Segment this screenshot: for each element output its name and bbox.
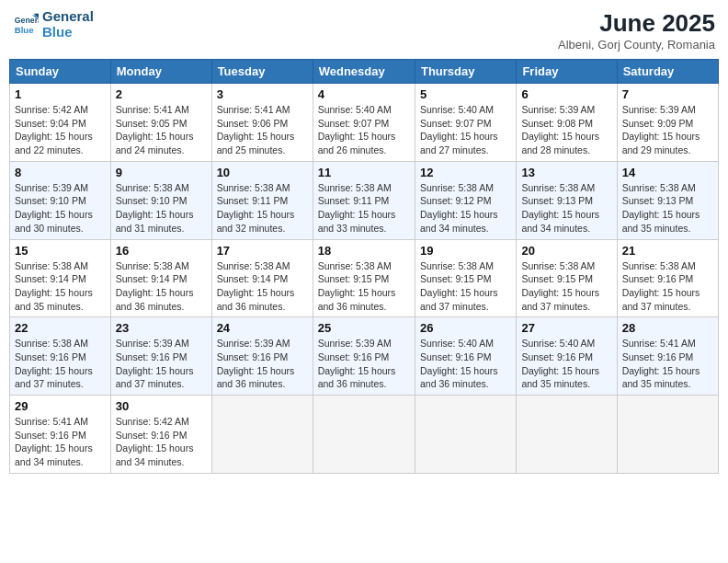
calendar-day-cell: 23Sunrise: 5:39 AM Sunset: 9:16 PM Dayli…	[110, 317, 211, 396]
day-info: Sunrise: 5:38 AM Sunset: 9:15 PM Dayligh…	[318, 259, 410, 314]
day-number: 9	[116, 166, 207, 179]
calendar-day-cell: 10Sunrise: 5:38 AM Sunset: 9:11 PM Dayli…	[211, 161, 313, 239]
day-number: 24	[217, 321, 308, 335]
calendar-day-cell: 28Sunrise: 5:41 AM Sunset: 9:16 PM Dayli…	[617, 317, 718, 396]
day-number: 8	[15, 166, 106, 179]
location: Albeni, Gorj County, Romania	[558, 38, 715, 52]
day-info: Sunrise: 5:38 AM Sunset: 9:15 PM Dayligh…	[420, 259, 511, 314]
day-number: 30	[116, 399, 207, 413]
logo: General Blue General Blue	[13, 9, 94, 40]
day-info: Sunrise: 5:42 AM Sunset: 9:16 PM Dayligh…	[116, 415, 207, 469]
day-info: Sunrise: 5:41 AM Sunset: 9:16 PM Dayligh…	[15, 415, 106, 469]
day-number: 29	[15, 399, 106, 413]
day-number: 16	[116, 244, 207, 258]
day-info: Sunrise: 5:38 AM Sunset: 9:14 PM Dayligh…	[15, 259, 106, 314]
calendar-week-row: 8Sunrise: 5:39 AM Sunset: 9:10 PM Daylig…	[10, 161, 719, 239]
weekday-header-saturday: Saturday	[617, 60, 718, 84]
day-number: 15	[15, 244, 106, 258]
day-info: Sunrise: 5:38 AM Sunset: 9:16 PM Dayligh…	[15, 337, 106, 391]
day-number: 10	[217, 166, 308, 179]
calendar-day-cell: 4Sunrise: 5:40 AM Sunset: 9:07 PM Daylig…	[313, 84, 415, 162]
calendar-day-cell: 18Sunrise: 5:38 AM Sunset: 9:15 PM Dayli…	[313, 239, 415, 317]
day-number: 23	[116, 321, 207, 335]
svg-text:Blue: Blue	[15, 24, 34, 34]
day-number: 7	[622, 87, 713, 101]
day-number: 6	[521, 87, 611, 101]
calendar-day-cell: 13Sunrise: 5:38 AM Sunset: 9:13 PM Dayli…	[517, 161, 617, 239]
calendar-week-row: 1Sunrise: 5:42 AM Sunset: 9:04 PM Daylig…	[10, 84, 719, 162]
day-info: Sunrise: 5:41 AM Sunset: 9:06 PM Dayligh…	[217, 103, 308, 157]
calendar-day-cell: 29Sunrise: 5:41 AM Sunset: 9:16 PM Dayli…	[10, 396, 111, 474]
day-info: Sunrise: 5:39 AM Sunset: 9:16 PM Dayligh…	[318, 337, 410, 391]
day-number: 14	[622, 166, 713, 179]
day-number: 13	[521, 166, 611, 179]
weekday-header-sunday: Sunday	[10, 60, 111, 84]
day-info: Sunrise: 5:42 AM Sunset: 9:04 PM Dayligh…	[15, 103, 106, 157]
weekday-header-friday: Friday	[517, 60, 617, 84]
day-number: 22	[15, 321, 106, 335]
calendar-day-cell: 26Sunrise: 5:40 AM Sunset: 9:16 PM Dayli…	[415, 317, 516, 396]
day-number: 12	[420, 166, 511, 179]
day-info: Sunrise: 5:38 AM Sunset: 9:14 PM Dayligh…	[116, 259, 207, 314]
day-number: 25	[318, 321, 410, 335]
title-area: June 2025 Albeni, Gorj County, Romania	[558, 9, 715, 52]
calendar-day-cell: 7Sunrise: 5:39 AM Sunset: 9:09 PM Daylig…	[617, 84, 718, 162]
calendar-day-cell	[517, 396, 617, 474]
calendar-day-cell: 11Sunrise: 5:38 AM Sunset: 9:11 PM Dayli…	[313, 161, 415, 239]
calendar-day-cell	[211, 396, 313, 474]
day-info: Sunrise: 5:39 AM Sunset: 9:10 PM Dayligh…	[15, 181, 106, 236]
day-info: Sunrise: 5:38 AM Sunset: 9:10 PM Dayligh…	[116, 181, 207, 236]
day-number: 20	[521, 244, 611, 258]
header: General Blue General Blue June 2025 Albe…	[9, 9, 719, 52]
day-number: 18	[318, 244, 410, 258]
calendar-day-cell: 22Sunrise: 5:38 AM Sunset: 9:16 PM Dayli…	[10, 317, 111, 396]
calendar-day-cell	[617, 396, 718, 474]
day-info: Sunrise: 5:38 AM Sunset: 9:11 PM Dayligh…	[217, 181, 308, 236]
calendar-week-row: 15Sunrise: 5:38 AM Sunset: 9:14 PM Dayli…	[10, 239, 719, 317]
calendar-day-cell: 24Sunrise: 5:39 AM Sunset: 9:16 PM Dayli…	[211, 317, 313, 396]
day-info: Sunrise: 5:39 AM Sunset: 9:09 PM Dayligh…	[622, 103, 713, 157]
calendar-day-cell: 1Sunrise: 5:42 AM Sunset: 9:04 PM Daylig…	[10, 84, 111, 162]
day-info: Sunrise: 5:40 AM Sunset: 9:16 PM Dayligh…	[521, 337, 611, 391]
calendar-day-cell	[415, 396, 516, 474]
day-info: Sunrise: 5:40 AM Sunset: 9:07 PM Dayligh…	[420, 103, 511, 157]
calendar-day-cell: 3Sunrise: 5:41 AM Sunset: 9:06 PM Daylig…	[211, 84, 313, 162]
weekday-header-tuesday: Tuesday	[211, 60, 313, 84]
weekday-header-row: SundayMondayTuesdayWednesdayThursdayFrid…	[10, 60, 719, 84]
day-number: 4	[318, 87, 410, 101]
calendar-day-cell: 15Sunrise: 5:38 AM Sunset: 9:14 PM Dayli…	[10, 239, 111, 317]
day-number: 1	[15, 87, 106, 101]
logo-name: General Blue	[42, 9, 94, 40]
day-info: Sunrise: 5:38 AM Sunset: 9:12 PM Dayligh…	[420, 181, 511, 236]
calendar-day-cell: 30Sunrise: 5:42 AM Sunset: 9:16 PM Dayli…	[110, 396, 211, 474]
calendar-day-cell: 5Sunrise: 5:40 AM Sunset: 9:07 PM Daylig…	[415, 84, 516, 162]
day-info: Sunrise: 5:41 AM Sunset: 9:16 PM Dayligh…	[622, 337, 713, 391]
day-info: Sunrise: 5:38 AM Sunset: 9:13 PM Dayligh…	[521, 181, 611, 236]
day-info: Sunrise: 5:38 AM Sunset: 9:14 PM Dayligh…	[217, 259, 308, 314]
calendar-day-cell: 14Sunrise: 5:38 AM Sunset: 9:13 PM Dayli…	[617, 161, 718, 239]
day-number: 2	[116, 87, 207, 101]
day-info: Sunrise: 5:38 AM Sunset: 9:13 PM Dayligh…	[622, 181, 713, 236]
day-info: Sunrise: 5:40 AM Sunset: 9:16 PM Dayligh…	[420, 337, 511, 391]
calendar-week-row: 22Sunrise: 5:38 AM Sunset: 9:16 PM Dayli…	[10, 317, 719, 396]
calendar-day-cell: 9Sunrise: 5:38 AM Sunset: 9:10 PM Daylig…	[110, 161, 211, 239]
day-info: Sunrise: 5:39 AM Sunset: 9:08 PM Dayligh…	[521, 103, 611, 157]
day-info: Sunrise: 5:38 AM Sunset: 9:15 PM Dayligh…	[521, 259, 611, 314]
calendar-table: SundayMondayTuesdayWednesdayThursdayFrid…	[9, 59, 719, 474]
logo-icon: General Blue	[13, 12, 39, 38]
calendar-day-cell: 19Sunrise: 5:38 AM Sunset: 9:15 PM Dayli…	[415, 239, 516, 317]
calendar-day-cell: 25Sunrise: 5:39 AM Sunset: 9:16 PM Dayli…	[313, 317, 415, 396]
day-number: 17	[217, 244, 308, 258]
day-number: 3	[217, 87, 308, 101]
calendar-day-cell: 21Sunrise: 5:38 AM Sunset: 9:16 PM Dayli…	[617, 239, 718, 317]
calendar-day-cell: 20Sunrise: 5:38 AM Sunset: 9:15 PM Dayli…	[517, 239, 617, 317]
day-number: 28	[622, 321, 713, 335]
day-number: 5	[420, 87, 511, 101]
day-info: Sunrise: 5:41 AM Sunset: 9:05 PM Dayligh…	[116, 103, 207, 157]
day-number: 11	[318, 166, 410, 179]
weekday-header-wednesday: Wednesday	[313, 60, 415, 84]
calendar-day-cell: 17Sunrise: 5:38 AM Sunset: 9:14 PM Dayli…	[211, 239, 313, 317]
weekday-header-monday: Monday	[110, 60, 211, 84]
day-number: 27	[521, 321, 611, 335]
day-info: Sunrise: 5:39 AM Sunset: 9:16 PM Dayligh…	[116, 337, 207, 391]
